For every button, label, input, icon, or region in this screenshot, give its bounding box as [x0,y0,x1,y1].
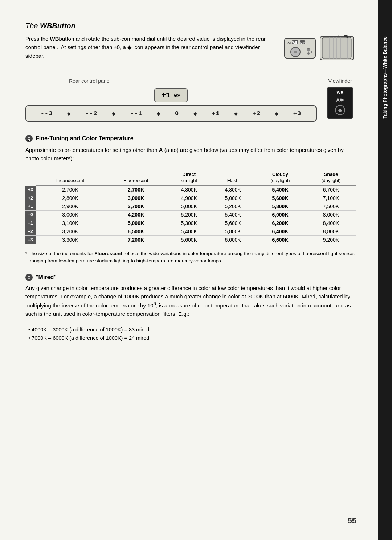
col-header-empty [25,170,36,186]
row-cell: 6,500K [105,227,167,236]
row-cell: 6,600K [255,236,306,244]
row-cell: 2,700K [36,186,105,194]
row-cell: 5,400K [167,227,211,236]
row-cell: 8,800K [306,227,356,236]
row-cell: 5,600K [211,219,255,227]
table-row: –33,300K7,200K5,600K6,000K6,600K9,200K [25,236,356,244]
row-label: –2 [25,227,36,236]
row-cell: 2,700K [105,186,167,194]
row-label: –3 [25,236,36,244]
row-cell: 3,200K [36,227,105,236]
top-text: Press the WBbutton and rotate the sub-co… [25,35,273,67]
viewfinder-box: WB A✱ ◆ [327,87,353,119]
section-title: The WBButton [25,22,356,30]
row-cell: 2,800K [36,194,105,202]
panel-section: Rear control panel +1 ⚙✱ --3 [25,78,356,124]
row-cell: 6,400K [255,227,306,236]
mired-body: Any given change in color temperature pr… [25,284,356,318]
col-header-fluorescent: Fluorescent [105,170,167,186]
row-cell: 5,000K [211,194,255,202]
row-label: –1 [25,219,36,227]
col-header-shade: Shade(daylight) [306,170,356,186]
mired-bullet-list: 4000K – 3000K (a difference of 1000K) = … [25,326,356,342]
footnote: * The size of the increments for Fluores… [25,250,356,265]
svg-point-7 [294,51,297,53]
row-cell: 5,600K [167,236,211,244]
svg-text:WB: WB [292,41,298,44]
col-header-flash: Flash [211,170,255,186]
camera-diagram-svg: AL WB MIK [284,35,356,64]
row-cell: 5,200K [167,211,211,219]
col-header-direct: Directsunlight [167,170,211,186]
fine-tuning-icon: Q [25,135,33,142]
table-row: –23,200K6,500K5,400K5,800K6,400K8,800K [25,227,356,236]
row-cell: 6,000K [211,236,255,244]
table-row: +32,700K2,700K4,800K4,800K5,400K6,700K [25,186,356,194]
row-cell: 5,000K [105,219,167,227]
sidebar-label: Taking Photographs—White Balance [382,36,388,119]
row-cell: 3,000K [105,194,167,202]
mired-icon: Q [25,274,33,281]
row-cell: 5,800K [255,202,306,211]
table-row: +12,900K3,700K5,000K5,200K5,800K7,500K [25,202,356,211]
row-cell: 4,900K [167,194,211,202]
bullet-item-1: 4000K – 3000K (a difference of 1000K) = … [28,326,356,334]
row-cell: 4,800K [167,186,211,194]
svg-text:AL: AL [287,41,292,45]
camera-diagram-area: AL WB MIK [284,35,356,67]
svg-point-8 [307,48,310,51]
main-content: The WBButton Press the WBbutton and rota… [0,0,378,540]
table-row: –13,100K5,000K5,300K5,600K6,200K8,400K [25,219,356,227]
row-cell: 5,400K [255,186,306,194]
fine-tuning-title: Fine-Tuning and Color Temperature [36,135,134,142]
svg-point-10 [311,51,312,53]
table-row: –03,000K4,200K5,200K5,400K6,000K8,000K [25,211,356,219]
rear-panel-display: +1 [162,91,170,100]
page-number: 55 [348,516,356,525]
row-cell: 5,300K [167,219,211,227]
row-cell: 7,200K [105,236,167,244]
row-label: +1 [25,202,36,211]
row-cell: 8,400K [306,219,356,227]
temperature-table: Incandescent Fluorescent Directsunlight … [25,170,356,244]
rear-panel-icon: ⚙✱ [174,92,180,99]
viewfinder-area: Viewfinder WB A✱ ◆ [324,78,356,119]
table-row: +22,800K3,000K4,900K5,000K5,600K7,100K [25,194,356,202]
rear-control-label: Rear control panel [69,78,110,84]
fine-tuning-section: Q Fine-Tuning and Color Temperature Appr… [25,135,356,265]
row-cell: 7,100K [306,194,356,202]
svg-text:MIK: MIK [300,41,306,44]
row-label: +2 [25,194,36,202]
mired-section: Q "Mired" Any given change in color temp… [25,274,356,342]
row-cell: 5,800K [211,227,255,236]
fine-tuning-body: Approximate color-temperatures for setti… [25,146,356,163]
row-cell: 4,800K [211,186,255,194]
svg-point-9 [307,52,310,55]
top-section: Press the WBbutton and rotate the sub-co… [25,35,356,67]
row-cell: 7,500K [306,202,356,211]
page-wrapper: The WBButton Press the WBbutton and rota… [0,0,392,540]
row-cell: 9,200K [306,236,356,244]
wb-body-text: Press the WBbutton and rotate the sub-co… [25,35,273,60]
fine-tuning-header: Q Fine-Tuning and Color Temperature [25,135,356,142]
row-cell: 5,600K [255,194,306,202]
row-cell: 4,200K [105,211,167,219]
row-cell: 3,700K [105,202,167,211]
viewfinder-label: Viewfinder [324,78,356,84]
mired-title: "Mired" [36,274,57,281]
bullet-item-2: 7000K – 6000K (a difference of 1000K) = … [28,334,356,342]
row-cell: 3,300K [36,236,105,244]
scale-bar: --3 ◆ --2 ◆ --1 ◆ 0 ◆ +1 ◆ +2 ◆ +3 [25,105,317,122]
panel-center: Rear control panel +1 ⚙✱ --3 [25,78,317,124]
row-label: +3 [25,186,36,194]
row-cell: 3,100K [36,219,105,227]
mired-header: Q "Mired" [25,274,356,281]
row-cell: 6,000K [255,211,306,219]
sidebar-tab: Taking Photographs—White Balance [378,0,392,540]
row-cell: 3,000K [36,211,105,219]
col-header-incandescent: Incandescent [36,170,105,186]
row-cell: 5,400K [211,211,255,219]
row-cell: 5,000K [167,202,211,211]
row-cell: 6,200K [255,219,306,227]
row-cell: 6,700K [306,186,356,194]
